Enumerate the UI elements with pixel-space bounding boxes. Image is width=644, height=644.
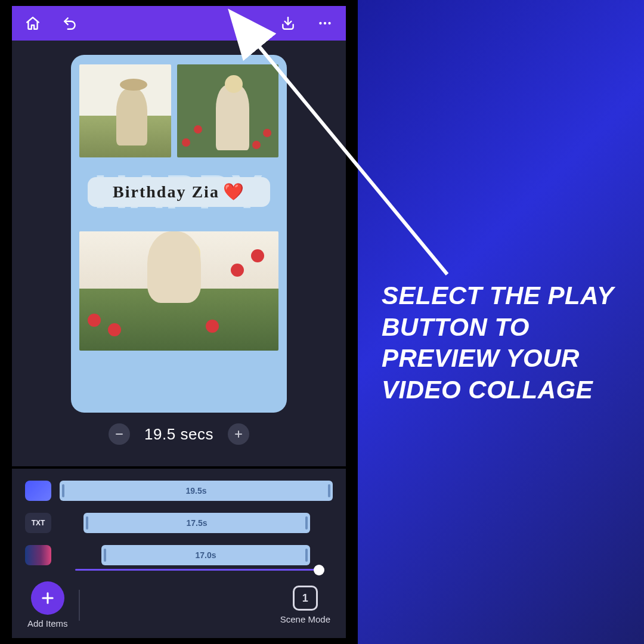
top-toolbar — [12, 6, 346, 41]
decrease-duration-button[interactable] — [109, 423, 130, 445]
clip-label: 17.0s — [195, 550, 216, 560]
top-photo-row — [79, 64, 278, 157]
track-row: 17.0s — [25, 545, 333, 565]
play-icon[interactable] — [241, 13, 261, 33]
divider — [79, 590, 80, 621]
photo-top-left[interactable] — [79, 64, 171, 157]
duration-readout: 19.5 secs — [144, 425, 213, 444]
duration-controls: 19.5 secs — [109, 423, 249, 445]
collage-canvas[interactable]: HAPPY Birthday Zia ❤️ — [71, 55, 287, 413]
add-items-button[interactable] — [31, 581, 64, 615]
increase-duration-button[interactable] — [228, 423, 249, 445]
more-icon[interactable] — [315, 13, 335, 33]
svg-point-0 — [319, 22, 321, 24]
instruction-text: SELECT THE PLAY BUTTON TO PREVIEW YOUR V… — [382, 280, 620, 405]
banner-label: Birthday Zia — [113, 184, 219, 200]
clip[interactable]: 17.5s — [83, 513, 310, 533]
track-head-label: TXT — [32, 519, 45, 527]
track-row: TXT 17.5s — [25, 513, 333, 533]
clip-label: 17.5s — [186, 518, 207, 528]
clip[interactable]: 17.0s — [101, 545, 310, 565]
headline-text[interactable]: HAPPY Birthday Zia ❤️ — [79, 168, 278, 216]
clip-label: 19.5s — [185, 486, 206, 496]
timeline: 19.5s TXT 17.5s — [12, 466, 346, 571]
track-row: 19.5s — [25, 481, 333, 501]
duration-value: 19.5 — [144, 425, 176, 443]
home-icon[interactable] — [23, 13, 43, 33]
heart-icon: ❤️ — [223, 184, 245, 200]
svg-point-1 — [324, 22, 326, 24]
download-icon[interactable] — [278, 13, 298, 33]
scene-mode-label: Scene Mode — [280, 614, 330, 624]
banner[interactable]: Birthday Zia ❤️ — [88, 177, 270, 207]
track-head-text-icon[interactable]: TXT — [25, 513, 51, 533]
canvas-area: HAPPY Birthday Zia ❤️ — [12, 41, 346, 450]
app-screen: HAPPY Birthday Zia ❤️ — [12, 6, 346, 638]
clip[interactable]: 19.5s — [60, 481, 333, 501]
playhead-handle[interactable] — [314, 565, 324, 575]
bottom-bar: Add Items 1 Scene Mode — [12, 581, 346, 631]
photo-bottom[interactable] — [79, 231, 278, 351]
undo-icon[interactable] — [60, 13, 80, 33]
scene-mode-button[interactable]: 1 — [293, 586, 318, 611]
track-head-media-icon[interactable] — [25, 481, 51, 501]
add-items-group: Add Items — [27, 581, 68, 628]
right-panel: SELECT THE PLAY BUTTON TO PREVIEW YOUR V… — [358, 0, 644, 644]
duration-unit: secs — [180, 425, 213, 443]
scene-mode-group: 1 Scene Mode — [280, 586, 330, 624]
photo-top-right[interactable] — [177, 64, 278, 157]
playhead-track[interactable] — [75, 569, 320, 571]
tutorial-frame: HAPPY Birthday Zia ❤️ — [0, 0, 644, 644]
track-head-gradient-icon[interactable] — [25, 545, 51, 565]
add-items-label: Add Items — [27, 618, 68, 628]
svg-point-2 — [328, 22, 330, 24]
left-panel: HAPPY Birthday Zia ❤️ — [0, 0, 358, 644]
scene-count: 1 — [302, 592, 308, 605]
